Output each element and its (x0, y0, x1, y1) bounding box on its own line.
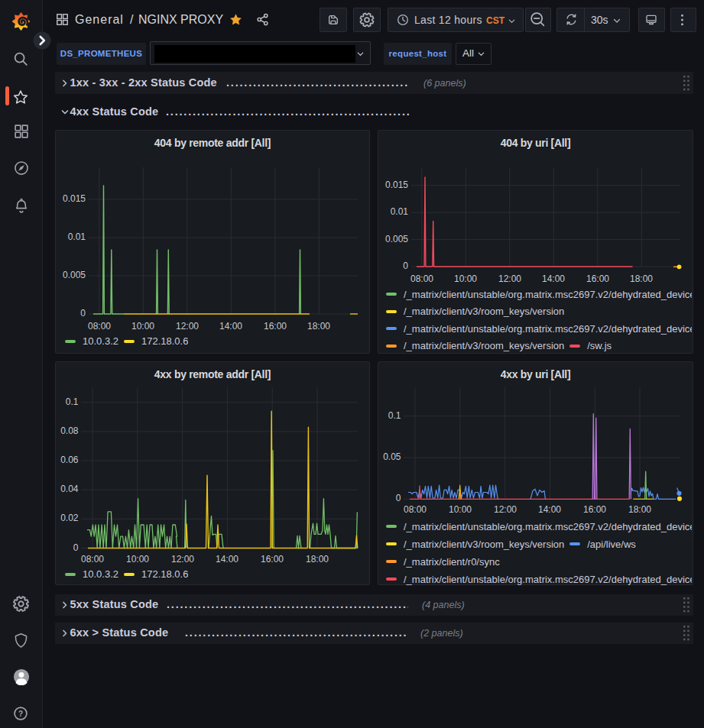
svg-text:?: ? (18, 710, 23, 718)
